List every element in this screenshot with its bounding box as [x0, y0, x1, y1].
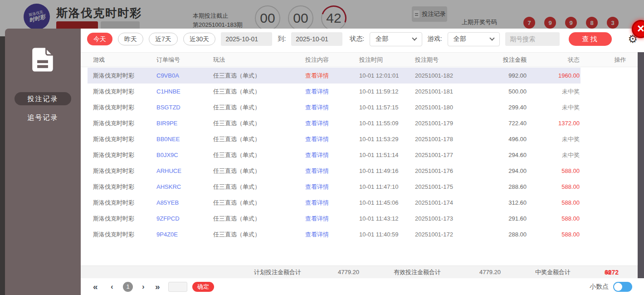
table-row: 斯洛伐克时时彩BSGTZD任三直选（单式）查看详情10-01 11:57:152…	[81, 99, 644, 115]
sidebar-item-chase-records[interactable]: 追号记录	[15, 111, 71, 124]
cell-detail[interactable]: 查看详情	[283, 211, 351, 226]
cell-amount: 294.60	[489, 147, 527, 163]
next-page-button[interactable]: ›	[142, 278, 145, 295]
cell-amount: 500.00	[489, 84, 527, 99]
cell-detail[interactable]: 查看详情	[283, 84, 351, 99]
cell-order[interactable]: C1HNBE	[151, 84, 205, 99]
cell-order[interactable]: A85YEB	[151, 195, 205, 211]
cell-action	[581, 179, 637, 195]
cell-detail[interactable]: 查看详情	[283, 195, 351, 211]
status-select-value: 全部	[376, 35, 388, 43]
cell-amount: 312.60	[489, 195, 527, 211]
prev-page-button[interactable]: ‹	[111, 278, 113, 295]
table-row: 斯洛伐克时时彩C1HNBE任三直选（单式）查看详情10-01 11:59:122…	[81, 84, 644, 99]
cell-order[interactable]: ARHUCE	[151, 163, 205, 179]
cell-order[interactable]: 9ZFPCD	[151, 211, 205, 226]
status-select[interactable]: 全部	[370, 32, 422, 46]
date-to-label: 到:	[278, 35, 286, 43]
column-header: 状态	[527, 53, 581, 67]
modal-sidebar: 投注记录 追号记录	[5, 29, 81, 295]
cell-play: 任三直选（单式）	[205, 68, 283, 84]
date-from-input[interactable]	[221, 32, 272, 46]
cell-action	[581, 195, 637, 211]
cell-detail[interactable]: 查看详情	[283, 115, 351, 131]
search-button[interactable]: 查找	[569, 32, 611, 46]
cell-game: 斯洛伐克时时彩	[88, 226, 151, 242]
cell-order[interactable]: 9P4Z0E	[151, 226, 205, 242]
cell-time: 10-01 11:59:12	[351, 84, 407, 99]
cell-order[interactable]: B0JX9C	[151, 147, 205, 163]
cell-status: 1960.00	[527, 68, 581, 84]
cell-play: 任三直选（单式）	[205, 147, 283, 163]
cell-time: 10-01 11:43:12	[351, 211, 407, 226]
cell-issue: 20251001-179	[407, 115, 489, 131]
chevron-down-icon	[490, 35, 495, 40]
cell-detail[interactable]: 查看详情	[283, 226, 351, 242]
table-row: 斯洛伐克时时彩BB0NEE任三直选（单式）查看详情10-01 11:53:292…	[81, 131, 644, 147]
cell-game: 斯洛伐克时时彩	[88, 163, 151, 179]
cell-detail[interactable]: 查看详情	[283, 179, 351, 195]
issue-search-input[interactable]	[505, 32, 560, 46]
page-number-input[interactable]	[168, 282, 187, 292]
table-row: 斯洛伐克时时彩9ZFPCD任三直选（单式）查看详情10-01 11:43:122…	[81, 211, 644, 226]
cell-action	[581, 99, 637, 115]
sidebar-item-bet-records[interactable]: 投注记录	[15, 92, 71, 105]
cell-amount: 722.40	[489, 115, 527, 131]
cell-action	[581, 163, 637, 179]
toggle-knob	[614, 283, 622, 291]
bet-records-modal: 今天昨天近7天近30天 到: 状态: 全部 游戏: 全部 查找 ⚙ 游戏订单编号…	[81, 29, 644, 295]
table-body: 斯洛伐克时时彩C9VB0A任三直选（单式）查看详情10-01 12:01:012…	[81, 68, 644, 242]
first-page-button[interactable]: «	[93, 278, 98, 295]
cell-time: 10-01 12:01:01	[351, 68, 407, 84]
cell-issue: 20251001-181	[407, 84, 489, 99]
cell-time: 10-01 11:49:16	[351, 163, 407, 179]
cell-status: 未中奖	[527, 84, 581, 99]
cell-amount: 294.00	[489, 163, 527, 179]
cell-order[interactable]: BB0NEE	[151, 131, 205, 147]
cell-game: 斯洛伐克时时彩	[88, 195, 151, 211]
scrollbar[interactable]	[638, 52, 644, 278]
cell-order[interactable]: AHSKRC	[151, 179, 205, 195]
page-confirm-button[interactable]: 确定	[192, 282, 214, 292]
cell-action	[581, 131, 637, 147]
cell-order[interactable]: BIR9PE	[151, 115, 205, 131]
game-select-value: 全部	[454, 35, 466, 43]
cell-status: 588.00	[527, 195, 581, 211]
cell-order[interactable]: BSGTZD	[151, 99, 205, 115]
cell-detail[interactable]: 查看详情	[283, 163, 351, 179]
valid-total-value: 4779.20	[479, 266, 501, 279]
cell-game: 斯洛伐克时时彩	[88, 115, 151, 131]
cell-issue: 20251001-176	[407, 163, 489, 179]
cell-issue: 20251001-175	[407, 179, 489, 195]
game-select[interactable]: 全部	[448, 32, 500, 46]
cell-issue: 20251001-180	[407, 99, 489, 115]
cell-amount: 288.00	[489, 226, 527, 242]
table-header-row: 游戏订单编号玩法投注内容投注时间投注期号投注金额状态操作	[81, 52, 644, 67]
table-row: 斯洛伐克时时彩9P4Z0E任三直选（单式）查看详情10-01 11:40:592…	[81, 226, 644, 242]
plan-total-value: 4779.20	[338, 266, 359, 279]
quick-filter-pill[interactable]: 近30天	[183, 33, 216, 45]
cell-detail[interactable]: 查看详情	[283, 131, 351, 147]
current-page-indicator[interactable]: 1	[123, 282, 133, 292]
quick-filter-pill[interactable]: 今天	[87, 33, 112, 45]
cell-status: 1372.00	[527, 115, 581, 131]
table-row: 斯洛伐克时时彩B0JX9C任三直选（单式）查看详情10-01 11:51:142…	[81, 147, 644, 163]
cell-game: 斯洛伐克时时彩	[88, 131, 151, 147]
decimal-toggle[interactable]	[613, 282, 632, 292]
cell-time: 10-01 11:51:14	[351, 147, 407, 163]
quick-filter-pill[interactable]: 近7天	[149, 33, 178, 45]
cell-play: 任三直选（单式）	[205, 226, 283, 242]
table-row: 斯洛伐克时时彩AHSKRC任三直选（单式）查看详情10-01 11:47:102…	[81, 179, 644, 195]
cell-detail[interactable]: 查看详情	[283, 147, 351, 163]
quick-filter-pill[interactable]: 昨天	[118, 33, 143, 45]
cell-time: 10-01 11:57:15	[351, 99, 407, 115]
last-page-button[interactable]: »	[155, 278, 160, 295]
cell-detail[interactable]: 查看详情	[283, 68, 351, 84]
cell-detail[interactable]: 查看详情	[283, 99, 351, 115]
cell-order[interactable]: C9VB0A	[151, 68, 205, 84]
pagination-bar: « ‹ 1 › » 确定 小数点	[81, 278, 644, 295]
date-to-input[interactable]	[291, 32, 342, 46]
cell-issue: 20251001-178	[407, 131, 489, 147]
bet-record-icon	[31, 47, 54, 73]
valid-total-label: 有效投注金额合计	[394, 266, 441, 279]
